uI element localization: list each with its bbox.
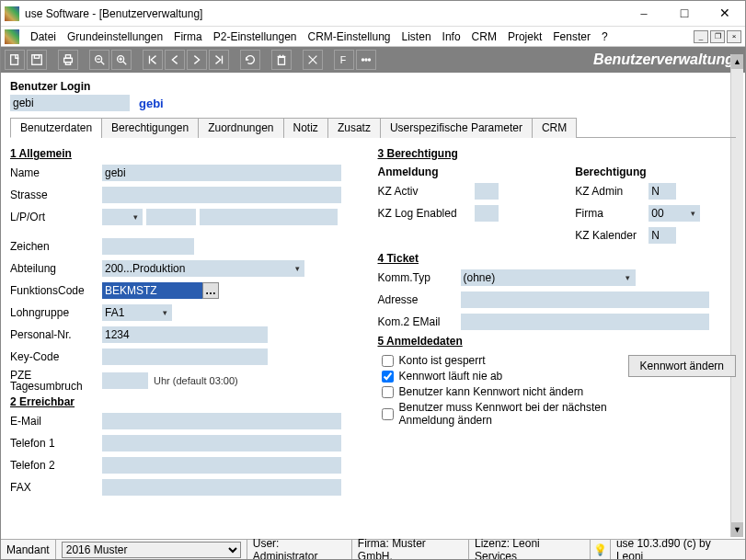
- toolbar-first-icon[interactable]: [143, 50, 163, 70]
- plz-input[interactable]: [146, 209, 196, 225]
- menu-info[interactable]: Info: [437, 29, 466, 45]
- tab-notiz[interactable]: Notiz: [283, 118, 328, 138]
- funktion-picker-button[interactable]: …: [202, 282, 219, 299]
- name-input[interactable]: [102, 165, 341, 181]
- svg-line-10: [123, 62, 127, 65]
- tab-berechtigungen[interactable]: Berechtigungen: [101, 118, 199, 138]
- kzadmin-input[interactable]: [648, 183, 676, 200]
- mdi-restore-button[interactable]: ❐: [710, 30, 725, 43]
- svg-point-23: [365, 59, 367, 61]
- kzkal-input[interactable]: [648, 227, 676, 244]
- login-heading: Benutzer Login: [10, 80, 736, 93]
- menu-firma[interactable]: Firma: [168, 29, 208, 45]
- chk-gesperrt[interactable]: Konto ist gesperrt: [382, 354, 619, 367]
- tab-crm[interactable]: CRM: [532, 118, 577, 138]
- lohn-select[interactable]: ▾: [102, 304, 172, 321]
- land-combo[interactable]: ▾: [102, 209, 143, 225]
- pze-hint: Uhr (default 03:00): [154, 375, 238, 386]
- pze-label: PZE Tagesumbruch: [10, 370, 102, 392]
- group-erreichbar: 2 Erreichbar: [10, 395, 369, 408]
- minimize-button[interactable]: –: [624, 1, 664, 27]
- pze-input[interactable]: [102, 372, 148, 389]
- menu-p2[interactable]: P2-Einstellungen: [208, 29, 303, 45]
- toolbar-save-icon[interactable]: [27, 50, 47, 70]
- toolbar-filter-icon[interactable]: F: [334, 50, 354, 70]
- svg-rect-4: [65, 55, 70, 59]
- scroll-up-icon[interactable]: ▲: [731, 54, 743, 69]
- abteilung-select[interactable]: ▾: [102, 260, 304, 277]
- status-version: use 10.3.d90 (c) by Leoni: [611, 540, 745, 559]
- window-title: use Software - [Benutzerverwaltung]: [25, 7, 624, 20]
- toolbar-refresh-icon[interactable]: [240, 50, 260, 70]
- toolbar-new-icon[interactable]: [5, 50, 25, 70]
- abteilung-label: Abteilung: [10, 262, 102, 275]
- toolbar-more-icon[interactable]: [356, 50, 376, 70]
- toolbar-next-icon[interactable]: [187, 50, 207, 70]
- svg-rect-1: [32, 55, 42, 65]
- toolbar-prev-icon[interactable]: [165, 50, 185, 70]
- adresse-label: Adresse: [378, 293, 461, 306]
- kzactiv-input[interactable]: [475, 183, 499, 200]
- group-berechtigung: 3 Berechtigung: [378, 147, 737, 160]
- pnr-input[interactable]: [102, 326, 268, 343]
- email-input[interactable]: [102, 413, 341, 429]
- fax-input[interactable]: [102, 479, 341, 496]
- lohn-label: Lohngruppe: [10, 306, 102, 319]
- sub-berechtigung: Berechtigung: [575, 166, 736, 178]
- chk-noandern[interactable]: Benutzer kann Kennwort nicht ändern: [382, 385, 619, 398]
- key-label: Key-Code: [10, 350, 102, 363]
- mdi-close-button[interactable]: ×: [727, 30, 741, 43]
- chk-nieab[interactable]: Kennwort läuft nie ab: [382, 370, 619, 383]
- chk-mussandern[interactable]: Benutzer muss Kennwort bei der nächsten …: [382, 401, 619, 427]
- firma-select[interactable]: ▾: [648, 205, 700, 222]
- tel1-label: Telefon 1: [10, 437, 102, 450]
- menu-listen[interactable]: Listen: [396, 29, 437, 45]
- funktion-input[interactable]: [102, 282, 203, 299]
- zeichen-input[interactable]: [102, 238, 194, 255]
- kzlog-label: KZ Log Enabled: [378, 207, 475, 220]
- tel1-input[interactable]: [102, 435, 341, 451]
- toolbar-last-icon[interactable]: [209, 50, 229, 70]
- email-label: E-Mail: [10, 415, 102, 428]
- tab-userparam[interactable]: Userspezifische Parameter: [380, 118, 533, 138]
- tab-benutzerdaten[interactable]: Benutzerdaten: [10, 118, 102, 138]
- svg-rect-0: [11, 55, 18, 65]
- toolbar-title: Benutzerverwaltung: [593, 51, 741, 68]
- group-allgemein: 1 Allgemein: [10, 147, 369, 160]
- menu-crm[interactable]: CRM: [466, 29, 502, 45]
- login-input[interactable]: [10, 95, 130, 111]
- mdi-minimize-button[interactable]: _: [694, 30, 708, 43]
- kennwort-button[interactable]: Kennwort ändern: [628, 355, 736, 377]
- group-anmeldedaten: 5 Anmeldedaten: [378, 335, 737, 348]
- zeichen-label: Zeichen: [10, 240, 102, 253]
- adresse-input[interactable]: [461, 291, 709, 308]
- menu-grundeinstellungen[interactable]: Grundeinstellungen: [62, 29, 168, 45]
- fax-label: FAX: [10, 481, 102, 494]
- toolbar-cancel-icon[interactable]: [303, 50, 323, 70]
- ort-input[interactable]: [200, 209, 338, 225]
- menu-datei[interactable]: Datei: [25, 29, 62, 45]
- toolbar-delete-icon[interactable]: [271, 50, 292, 70]
- komm-select[interactable]: ▾: [461, 269, 636, 286]
- status-bulb-icon[interactable]: 💡: [591, 540, 611, 559]
- kom2-label: Kom.2 EMail: [378, 315, 461, 328]
- toolbar-print-icon[interactable]: [58, 50, 78, 70]
- kom2-input[interactable]: [461, 314, 709, 330]
- title-bar: use Software - [Benutzerverwaltung] – □ …: [1, 1, 745, 27]
- toolbar-zoomout-icon[interactable]: [89, 50, 109, 70]
- menu-projekt[interactable]: Projekt: [502, 29, 547, 45]
- maximize-button[interactable]: □: [664, 1, 705, 27]
- menu-crmsetting[interactable]: CRM-Einstellung: [303, 29, 396, 45]
- toolbar-zoomin-icon[interactable]: [111, 50, 132, 70]
- kzlog-input[interactable]: [475, 205, 499, 222]
- menu-fenster[interactable]: Fenster: [547, 29, 596, 45]
- close-button[interactable]: ✕: [705, 1, 745, 27]
- tab-zusatz[interactable]: Zusatz: [327, 118, 381, 138]
- mandant-select[interactable]: 2016 Muster: [62, 542, 241, 558]
- key-input[interactable]: [102, 349, 268, 365]
- strasse-input[interactable]: [102, 187, 341, 203]
- tel2-input[interactable]: [102, 457, 341, 474]
- svg-rect-15: [279, 57, 285, 64]
- menu-help[interactable]: ?: [596, 29, 614, 45]
- tab-zuordnungen[interactable]: Zuordnungen: [198, 118, 283, 138]
